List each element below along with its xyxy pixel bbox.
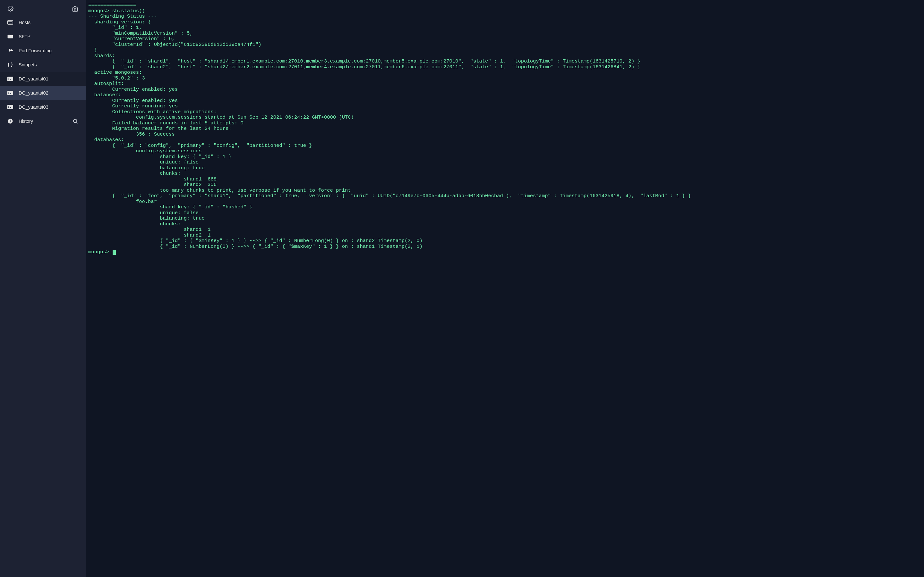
svg-rect-7 bbox=[7, 77, 13, 81]
sidebar-item-history[interactable]: History bbox=[0, 114, 86, 128]
svg-rect-4 bbox=[10, 21, 11, 22]
sidebar-item-port-forwarding[interactable]: Port Forwarding bbox=[0, 44, 86, 58]
svg-rect-6 bbox=[9, 23, 12, 24]
terminal-icon bbox=[7, 90, 13, 96]
svg-point-14 bbox=[73, 119, 77, 123]
forward-icon bbox=[7, 47, 13, 54]
svg-rect-9 bbox=[7, 91, 13, 95]
cursor-icon bbox=[113, 250, 115, 255]
svg-rect-11 bbox=[7, 105, 13, 109]
sidebar-item-label: Port Forwarding bbox=[19, 48, 79, 53]
keyboard-icon bbox=[7, 19, 13, 26]
sidebar-item-label: DO_yuantst03 bbox=[19, 105, 79, 110]
home-icon[interactable] bbox=[71, 5, 79, 12]
braces-icon bbox=[7, 61, 13, 68]
sidebar-item-label: Snippets bbox=[19, 62, 79, 67]
svg-line-15 bbox=[76, 122, 78, 123]
terminal-output: ================ mongos> sh.status() ---… bbox=[88, 3, 921, 255]
gear-icon[interactable] bbox=[7, 5, 14, 12]
clock-icon bbox=[7, 118, 13, 124]
sidebar-item-session-3[interactable]: DO_yuantst03 bbox=[0, 100, 86, 114]
sidebar-item-hosts[interactable]: Hosts bbox=[0, 15, 86, 29]
svg-rect-5 bbox=[11, 21, 12, 22]
svg-rect-1 bbox=[8, 21, 13, 24]
sidebar-top-icons bbox=[0, 0, 86, 15]
sidebar: Hosts SFTP Port Forwarding Snippets DO_y bbox=[0, 0, 86, 577]
search-icon[interactable] bbox=[72, 118, 79, 124]
sidebar-item-session-1[interactable]: DO_yuantst01 bbox=[0, 72, 86, 86]
svg-rect-2 bbox=[8, 21, 9, 22]
app-root: Hosts SFTP Port Forwarding Snippets DO_y bbox=[0, 0, 924, 577]
terminal-text: ================ mongos> sh.status() ---… bbox=[88, 2, 691, 255]
sidebar-item-label: Hosts bbox=[19, 20, 79, 25]
sidebar-item-label: SFTP bbox=[19, 34, 79, 39]
terminal-icon bbox=[7, 104, 13, 110]
terminal-pane[interactable]: ================ mongos> sh.status() ---… bbox=[86, 0, 924, 577]
sidebar-item-label: History bbox=[19, 119, 72, 124]
sidebar-item-sftp[interactable]: SFTP bbox=[0, 29, 86, 44]
terminal-icon bbox=[7, 76, 13, 82]
folder-icon bbox=[7, 33, 13, 40]
sidebar-item-snippets[interactable]: Snippets bbox=[0, 58, 86, 72]
svg-rect-3 bbox=[9, 21, 10, 22]
sidebar-item-label: DO_yuantst02 bbox=[19, 90, 79, 95]
sidebar-item-session-2[interactable]: DO_yuantst02 bbox=[0, 86, 86, 100]
svg-point-0 bbox=[10, 8, 11, 10]
sidebar-item-label: DO_yuantst01 bbox=[19, 76, 79, 81]
